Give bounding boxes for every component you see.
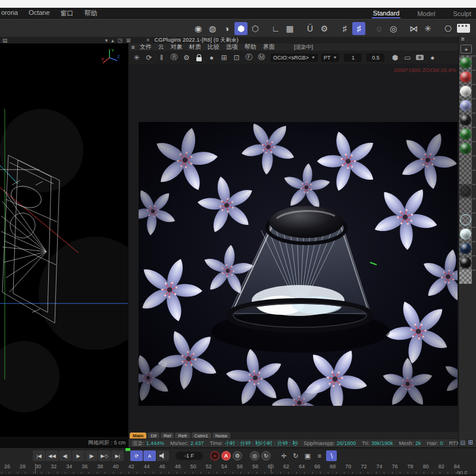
tab-model[interactable]: Model [416, 9, 436, 18]
frame-tick-34[interactable]: 34 [63, 464, 75, 469]
modeling-settings-icon[interactable]: ⚙ [318, 22, 331, 35]
frame-tick-42[interactable]: 42 [126, 464, 137, 469]
prev-frame-button[interactable]: ◀| [59, 450, 71, 461]
make-editable-icon[interactable]: ◉ [192, 22, 205, 35]
frame-ruler[interactable]: 2628303234363840424446485052545658606264… [1, 464, 463, 469]
frame-tick-64[interactable]: 64 [296, 464, 308, 469]
lavender-material[interactable] [459, 98, 472, 112]
workplane-icon[interactable]: ▦ [283, 22, 296, 35]
aov-tab-refr[interactable]: Refr [175, 433, 190, 439]
grid-icon[interactable]: ♯ [338, 22, 351, 35]
frame-tick-52[interactable]: 52 [203, 464, 215, 469]
frame-tick-74[interactable]: 74 [374, 464, 386, 469]
camera-icon[interactable] [414, 52, 425, 63]
key-icon[interactable]: ∖ [326, 450, 337, 461]
object-picker-icon[interactable]: ⊡ [231, 52, 242, 63]
next-frame-button[interactable]: |▶ [85, 450, 98, 461]
goto-end-button[interactable]: ▶| [111, 450, 124, 461]
sidebar-hamburger-icon[interactable]: ≡ [461, 36, 465, 42]
layers-icon[interactable]: ≡ [314, 450, 325, 461]
render-settings-film-button[interactable] [457, 22, 470, 35]
dock-down-icon[interactable]: ▾ [105, 37, 108, 43]
sound-toggle[interactable] [156, 450, 169, 461]
add-material-button[interactable]: + [461, 45, 472, 54]
menu-item-Octane[interactable]: Octane [29, 9, 49, 18]
current-frame-field[interactable]: -1 F [176, 452, 203, 460]
focus-picker-icon[interactable]: Ⓕ [243, 52, 255, 63]
render-region-icon[interactable]: Ⓡ [168, 52, 180, 63]
frame-tick-30[interactable]: 30 [32, 464, 44, 469]
menu-item-帮助[interactable]: 帮助 [84, 9, 98, 18]
lock-resolution-icon[interactable] [193, 52, 205, 63]
autokey-button[interactable]: A [221, 451, 231, 461]
move-tool-icon[interactable]: ✛ [278, 450, 289, 461]
kernel-fan-icon[interactable]: ✳ [131, 52, 142, 63]
navy-material[interactable] [459, 241, 472, 255]
grid-view-icon[interactable]: ⊞ [468, 439, 472, 446]
hamburger-icon[interactable]: ≡ [131, 44, 135, 51]
frame-tick-36[interactable]: 36 [79, 464, 90, 469]
points-mode-icon[interactable]: ⬢ [234, 22, 248, 35]
menu-item-orona[interactable]: orona [1, 9, 18, 18]
frame-tick-78[interactable]: 78 [405, 464, 416, 469]
ocio-dropdown[interactable]: OCIO:<sRGB> ▼ [271, 54, 318, 62]
axis-mode-icon[interactable]: ∟ [269, 22, 282, 35]
maximize-icon[interactable]: ⊞ [126, 37, 131, 43]
frame-tick-38[interactable]: 38 [94, 464, 106, 469]
material-picker-icon[interactable]: Ⓜ [256, 52, 267, 63]
frame-tick-82[interactable]: 82 [436, 464, 447, 469]
octane-menu-云[interactable]: 云 [158, 43, 164, 51]
symmetry-icon[interactable]: ⋈ [407, 22, 420, 35]
dark-material[interactable] [459, 255, 472, 270]
list-view-icon[interactable]: ▤ [460, 439, 465, 446]
aov-tab-ref[interactable]: Ref [161, 433, 174, 439]
next-key-button[interactable]: ▶◇ [98, 450, 111, 461]
render-viewport[interactable]: 2000*1500 ZOOM:26.8% [129, 64, 459, 432]
frame-tick-68[interactable]: 68 [327, 464, 339, 469]
add-aov-icon[interactable]: ⊞ [218, 52, 230, 63]
autokey-range-toggle[interactable]: A [143, 450, 156, 461]
frame-tick-40[interactable]: 40 [109, 464, 121, 469]
texture-mode-icon[interactable]: ◑ [220, 22, 233, 35]
snap-icon[interactable]: ♯ [352, 22, 365, 35]
ice-material[interactable] [459, 227, 472, 241]
pause-render-icon[interactable]: ‖ [156, 52, 167, 63]
green-material[interactable] [459, 55, 472, 70]
render-settings-icon[interactable]: ⚙ [181, 52, 192, 63]
frame-tick-26[interactable]: 26 [1, 464, 13, 469]
hex-icon[interactable]: ⬢ [389, 52, 400, 63]
frame-tick-62[interactable]: 62 [280, 464, 292, 469]
render-view-icon[interactable]: ◌ [372, 22, 386, 35]
frame-tick-70[interactable]: 70 [342, 464, 354, 469]
tab-standard[interactable]: Standard [372, 8, 401, 18]
red-material[interactable] [459, 70, 472, 84]
record-rotation-button[interactable]: ↻ [261, 451, 271, 461]
loop-toggle[interactable]: ⟳ [130, 450, 143, 461]
green-material-3[interactable] [459, 141, 472, 155]
frame-tick-56[interactable]: 56 [234, 464, 246, 469]
aov-tab-cstm1[interactable]: Cstm1 [192, 433, 211, 439]
scale-tool-icon[interactable]: ▣ [302, 450, 313, 461]
badge-a-icon[interactable]: ⎔ [441, 22, 455, 35]
octane-menu-选项[interactable]: 选项 [226, 43, 238, 51]
shadow-material[interactable] [459, 184, 472, 198]
frame-tick-46[interactable]: 46 [156, 464, 168, 469]
coordinates-icon[interactable]: Ü [303, 22, 317, 35]
frame-tick-58[interactable]: 58 [249, 464, 261, 469]
glass-material[interactable] [459, 212, 472, 227]
frame-tick-32[interactable]: 32 [48, 464, 60, 469]
restart-render-icon[interactable]: ⟳ [143, 52, 155, 63]
play-button[interactable]: ▶ [72, 450, 84, 461]
tab-sculpt[interactable]: Sculpt [452, 9, 472, 18]
octane-menu-文件[interactable]: 文件 [140, 43, 152, 51]
rotate-tool-icon[interactable]: ↻ [290, 450, 301, 461]
menu-item-窗口[interactable]: 窗口 [61, 9, 74, 18]
octane-menu-比较[interactable]: 比较 [208, 43, 220, 51]
resolution-icon[interactable]: ▭ [402, 52, 413, 63]
left-viewport[interactable]: Y X Z [0, 43, 128, 437]
frame-tick-76[interactable]: 76 [389, 464, 401, 469]
exposure-field[interactable]: 1 [344, 54, 362, 62]
model-mode-icon[interactable]: ◍ [206, 22, 219, 35]
transparent-material-1[interactable] [459, 155, 472, 170]
record-button[interactable]: ◉ [210, 451, 220, 461]
